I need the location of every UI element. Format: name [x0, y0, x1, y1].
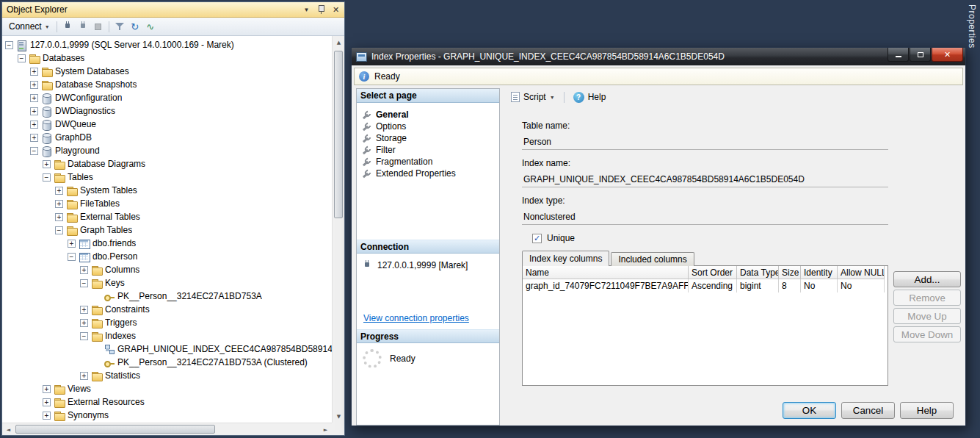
horizontal-scrollbar[interactable]: ◄ ►: [2, 423, 332, 435]
ok-button[interactable]: OK: [783, 402, 836, 419]
collapse-icon[interactable]: −: [55, 226, 63, 234]
expand-icon[interactable]: +: [43, 160, 51, 168]
collapse-icon[interactable]: −: [30, 147, 38, 155]
tree-node[interactable]: −dbo.Person: [2, 250, 332, 263]
unique-checkbox-row[interactable]: ✓ Unique: [532, 233, 961, 243]
tree-node[interactable]: −Indexes: [2, 329, 332, 342]
scroll-down-icon[interactable]: ▼: [333, 410, 344, 423]
vertical-scrollbar[interactable]: ▲ ▼: [332, 36, 344, 423]
index-type-label: Index type:: [522, 195, 961, 206]
tree-node[interactable]: +System Databases: [2, 65, 332, 78]
activity-monitor-icon[interactable]: ∿: [143, 19, 158, 34]
tree-node[interactable]: +DWDiagnostics: [2, 104, 332, 118]
expand-icon[interactable]: +: [43, 385, 51, 393]
expand-icon[interactable]: +: [30, 81, 38, 89]
page-item-filter[interactable]: Filter: [358, 144, 498, 156]
horizontal-scroll-thumb[interactable]: [15, 425, 215, 434]
expand-icon[interactable]: +: [55, 187, 63, 195]
tree-node[interactable]: −Tables: [2, 170, 332, 184]
add-button[interactable]: Add...: [893, 271, 961, 287]
refresh-icon[interactable]: ↻: [128, 19, 142, 34]
help-button[interactable]: ? Help: [570, 90, 610, 104]
tree-node[interactable]: +Views: [2, 382, 332, 395]
tab-index-key-columns[interactable]: Index key columns: [522, 251, 609, 266]
tree-node[interactable]: +FileTables: [2, 197, 332, 210]
script-button[interactable]: Script ▼: [507, 90, 559, 104]
object-explorer-titlebar[interactable]: Object Explorer ▼ ✕: [2, 2, 344, 18]
page-item-fragmentation[interactable]: Fragmentation: [358, 156, 498, 168]
scroll-up-icon[interactable]: ▲: [333, 36, 344, 49]
minimize-button[interactable]: [888, 48, 909, 62]
unique-checkbox[interactable]: ✓: [532, 234, 542, 243]
expand-icon[interactable]: +: [55, 200, 63, 208]
tree-node[interactable]: +DWQueue: [2, 118, 332, 131]
tree-node[interactable]: −Playground: [2, 144, 332, 157]
tree-node[interactable]: +External Resources: [2, 395, 332, 409]
expand-icon[interactable]: +: [80, 372, 88, 380]
grid-row[interactable]: graph_id_74079FC7211049F7BE7A9AFF9CAscen…: [523, 279, 888, 292]
expand-icon[interactable]: +: [30, 107, 38, 115]
close-button[interactable]: ✕: [932, 48, 963, 62]
tree-node[interactable]: +GraphDB: [2, 131, 332, 144]
disconnect-icon[interactable]: [76, 19, 90, 34]
connect-server-icon[interactable]: [60, 19, 75, 34]
expand-icon[interactable]: +: [43, 398, 51, 406]
tree-node[interactable]: +DWConfiguration: [2, 91, 332, 104]
page-item-options[interactable]: Options: [358, 121, 498, 132]
tree-node[interactable]: +Columns: [2, 263, 332, 276]
collapse-icon[interactable]: −: [43, 173, 51, 182]
view-connection-properties-link[interactable]: View connection properties: [363, 313, 469, 323]
collapse-icon[interactable]: −: [18, 54, 26, 62]
page-item-extended-properties[interactable]: Extended Properties: [358, 168, 498, 179]
tree-node[interactable]: +System Tables: [2, 184, 332, 197]
tree-node[interactable]: +Synonyms: [2, 409, 332, 422]
expand-icon[interactable]: +: [30, 134, 38, 142]
expand-icon[interactable]: +: [30, 121, 38, 129]
page-item-storage[interactable]: Storage: [358, 132, 498, 144]
expand-icon[interactable]: +: [68, 240, 76, 248]
vertical-scroll-thumb[interactable]: [334, 51, 343, 218]
close-icon[interactable]: ✕: [330, 4, 342, 15]
tab-included-columns[interactable]: Included columns: [611, 252, 694, 266]
help-button[interactable]: Help: [900, 402, 954, 419]
scroll-right-icon[interactable]: ►: [319, 423, 332, 435]
properties-side-tab[interactable]: Properties: [964, 0, 980, 59]
auto-hide-pin-icon[interactable]: [315, 4, 327, 15]
window-position-icon[interactable]: ▼: [300, 4, 313, 15]
tree-node[interactable]: PK__Person__3214EC27A1BD753A: [2, 290, 332, 303]
tree-node[interactable]: +Triggers: [2, 316, 332, 329]
collapse-icon[interactable]: −: [5, 41, 13, 49]
collapse-icon[interactable]: −: [68, 253, 76, 261]
tree-node[interactable]: +dbo.friends: [2, 237, 332, 250]
expand-icon[interactable]: +: [80, 319, 88, 327]
tree-node[interactable]: −Databases: [2, 51, 332, 65]
page-wrench-icon: [362, 134, 371, 143]
tree-node[interactable]: −Keys: [2, 276, 332, 290]
expand-icon[interactable]: +: [80, 306, 88, 314]
tree-node[interactable]: +Database Diagrams: [2, 157, 332, 170]
collapse-icon[interactable]: −: [80, 332, 88, 340]
expand-icon[interactable]: +: [80, 266, 88, 274]
tree-node[interactable]: GRAPH_UNIQUE_INDEX_CEEC4CA987854BD58914A…: [2, 342, 332, 356]
tree-node[interactable]: −127.0.0.1,9999 (SQL Server 14.0.1000.16…: [2, 38, 332, 51]
tree-node[interactable]: +Database Snapshots: [2, 78, 332, 91]
collapse-icon[interactable]: −: [80, 279, 88, 287]
maximize-button[interactable]: [910, 48, 931, 62]
tree-node[interactable]: +Constraints: [2, 303, 332, 316]
tree-node[interactable]: PK__Person__3214EC27A1BD753A (Clustered): [2, 356, 332, 369]
tree-node[interactable]: −Graph Tables: [2, 223, 332, 237]
page-item-general[interactable]: General: [358, 109, 498, 121]
tree-node[interactable]: +External Tables: [2, 210, 332, 223]
dialog-titlebar[interactable]: Index Properties - GRAPH_UNIQUE_INDEX_CE…: [352, 48, 965, 65]
expand-icon[interactable]: +: [43, 412, 51, 420]
scroll-left-icon[interactable]: ◄: [2, 423, 15, 435]
expand-icon[interactable]: +: [30, 94, 38, 102]
cancel-button[interactable]: Cancel: [841, 402, 895, 419]
expand-icon[interactable]: +: [55, 213, 63, 221]
expand-icon[interactable]: +: [30, 68, 38, 76]
tree-node[interactable]: +Statistics: [2, 369, 332, 382]
filter-icon[interactable]: [112, 19, 127, 34]
tree-node-label: Triggers: [105, 317, 137, 328]
connect-button[interactable]: Connect ▼: [5, 20, 54, 33]
connection-section: 127.0.0.1,9999 [Marek] View connection p…: [357, 254, 499, 329]
